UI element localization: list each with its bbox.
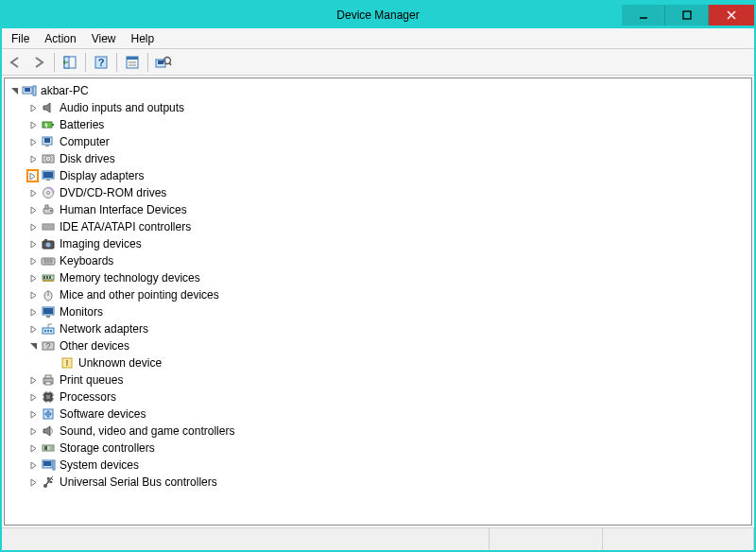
tree-item[interactable]: Keyboards: [5, 252, 751, 269]
svg-rect-33: [45, 205, 48, 209]
expand-icon[interactable]: [27, 153, 39, 164]
maximize-button[interactable]: [665, 5, 709, 26]
show-hide-tree-button[interactable]: [60, 52, 80, 73]
expand-icon[interactable]: [27, 255, 39, 267]
tree-item[interactable]: Disk drives: [5, 150, 751, 167]
minimize-button[interactable]: [622, 5, 665, 26]
unknown-icon: !: [60, 355, 75, 371]
device-tree[interactable]: akbar-PCAudio inputs and outputsBatterie…: [4, 78, 752, 526]
expand-icon[interactable]: [27, 391, 39, 403]
tree-item[interactable]: Monitors: [5, 303, 751, 320]
svg-rect-60: [50, 330, 52, 332]
imaging-icon: [41, 236, 56, 251]
forward-button[interactable]: [28, 52, 49, 73]
tree-item[interactable]: Audio inputs and outputs: [5, 99, 751, 116]
tree-item-label: Monitors: [60, 305, 103, 319]
menu-action[interactable]: Action: [37, 29, 83, 48]
tree-item-label: Software devices: [60, 407, 146, 421]
expand-icon[interactable]: [27, 187, 39, 198]
svg-point-34: [50, 210, 52, 212]
ide-icon: [41, 219, 56, 234]
svg-rect-58: [44, 330, 46, 332]
tree-item-label: Storage controllers: [60, 441, 155, 455]
tree-item[interactable]: System devices: [5, 457, 751, 474]
svg-text:!: !: [66, 358, 69, 368]
tree-item-label: Disk drives: [60, 152, 115, 165]
svg-rect-55: [43, 308, 53, 314]
tree-item-label: Computer: [60, 135, 110, 148]
tree-item[interactable]: Mice and other pointing devices: [5, 286, 751, 303]
monitor-icon: [41, 304, 56, 319]
tree-item[interactable]: Display adapters: [5, 167, 751, 184]
collapse-icon[interactable]: [27, 340, 39, 352]
menu-view[interactable]: View: [84, 29, 124, 48]
tree-item[interactable]: Memory technology devices: [5, 269, 751, 286]
window-title: Device Manager: [336, 9, 419, 22]
expand-icon[interactable]: [27, 136, 39, 147]
tree-item-label: Keyboards: [60, 254, 113, 267]
expand-icon[interactable]: [27, 272, 39, 284]
scan-hardware-button[interactable]: [153, 52, 174, 73]
expand-icon[interactable]: [27, 374, 39, 386]
close-button[interactable]: [709, 5, 754, 26]
tree-root[interactable]: akbar-PC: [5, 82, 751, 99]
tree-item[interactable]: ?Other devices: [5, 337, 751, 354]
expand-icon[interactable]: [27, 119, 39, 130]
tree-item[interactable]: Software devices: [5, 405, 751, 423]
svg-rect-22: [44, 138, 50, 143]
toolbar-separator: [116, 53, 117, 72]
svg-rect-50: [49, 276, 51, 279]
other-icon: ?: [41, 338, 56, 354]
tree-item[interactable]: Network adapters: [5, 320, 751, 337]
back-button[interactable]: [6, 52, 26, 73]
expand-icon[interactable]: [27, 204, 39, 216]
menu-help[interactable]: Help: [124, 29, 163, 48]
tree-item[interactable]: Processors: [5, 388, 751, 405]
tree-item[interactable]: DVD/CD-ROM drives: [5, 184, 751, 201]
svg-point-26: [47, 158, 49, 160]
system-icon: [41, 457, 56, 473]
tree-item[interactable]: IDE ATA/ATAPI controllers: [5, 218, 751, 235]
expand-icon[interactable]: [27, 221, 39, 233]
expand-icon[interactable]: [27, 102, 39, 113]
collapse-icon[interactable]: [9, 85, 20, 96]
statusbar: [2, 527, 754, 550]
expand-icon[interactable]: [27, 289, 39, 301]
tree-child-item[interactable]: !Unknown device: [5, 354, 751, 371]
tree-item[interactable]: Human Interface Devices: [5, 201, 751, 218]
toolbar-separator: [85, 53, 86, 72]
tree-item[interactable]: Imaging devices: [5, 235, 751, 252]
hid-icon: [41, 202, 56, 217]
battery-icon: [41, 117, 56, 132]
tree-item[interactable]: Sound, video and game controllers: [5, 423, 751, 440]
help-button[interactable]: ?: [91, 52, 112, 73]
svg-rect-56: [46, 316, 50, 318]
tree-item[interactable]: Print queues: [5, 371, 751, 388]
tree-item[interactable]: Storage controllers: [5, 440, 751, 457]
expand-icon[interactable]: [27, 323, 39, 335]
expand-icon[interactable]: [27, 442, 39, 454]
menu-file[interactable]: File: [4, 29, 37, 48]
tree-item[interactable]: Computer: [5, 133, 751, 150]
svg-line-15: [169, 62, 171, 65]
titlebar[interactable]: Device Manager: [2, 2, 754, 28]
window-frame: Device Manager File Action View Help: [0, 0, 756, 552]
tree-item[interactable]: Universal Serial Bus controllers: [5, 474, 751, 491]
expand-icon[interactable]: [27, 425, 39, 437]
tree-item-label: Processors: [60, 390, 116, 404]
toolbar-separator: [147, 53, 148, 72]
expand-icon[interactable]: [27, 306, 39, 318]
properties-button[interactable]: [122, 52, 143, 73]
menubar: File Action View Help: [2, 28, 754, 49]
expand-icon[interactable]: [27, 170, 39, 181]
expand-icon[interactable]: [27, 476, 39, 488]
software-icon: [41, 406, 56, 422]
tree-item-label: Unknown device: [78, 356, 162, 370]
expand-icon[interactable]: [27, 459, 39, 471]
svg-point-31: [47, 192, 50, 195]
computer-icon: [41, 134, 56, 149]
expand-icon[interactable]: [27, 238, 39, 250]
tree-item-label: Display adapters: [60, 169, 144, 182]
tree-item[interactable]: Batteries: [5, 116, 751, 133]
expand-icon[interactable]: [27, 408, 39, 420]
